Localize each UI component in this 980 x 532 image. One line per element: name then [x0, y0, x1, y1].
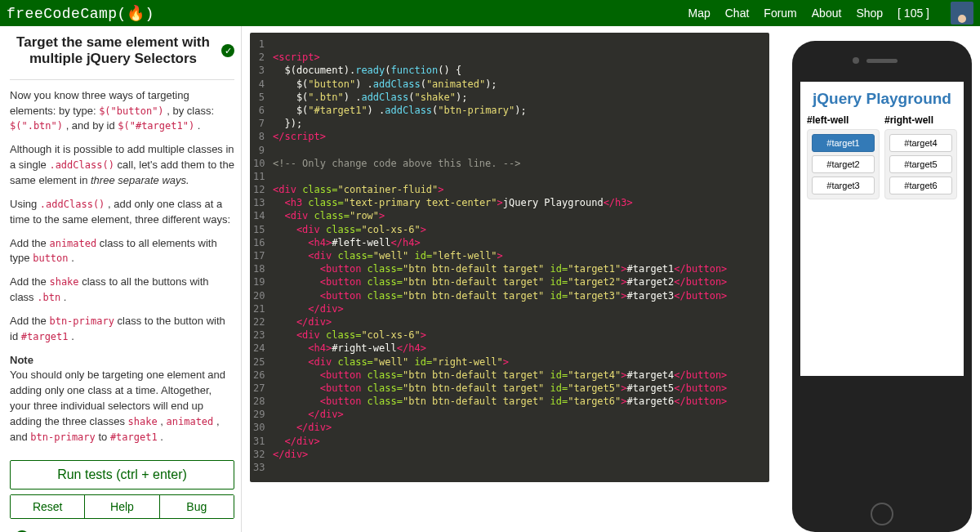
- bug-button[interactable]: Bug: [159, 495, 234, 518]
- code-line[interactable]: 33: [253, 461, 761, 474]
- help-button[interactable]: Help: [84, 495, 158, 518]
- avatar[interactable]: [951, 2, 973, 25]
- code-line[interactable]: 3 $(document).ready(function() {: [253, 64, 761, 77]
- nav-shop[interactable]: Shop: [856, 7, 883, 20]
- reset-button[interactable]: Reset: [11, 495, 84, 518]
- preview-panel: jQuery Playground #left-well #target1 #t…: [777, 26, 980, 532]
- code-line[interactable]: 21 </div>: [253, 302, 761, 315]
- left-well: #target1 #target2 #target3: [807, 129, 880, 199]
- lesson-title: Target the same element with multiple jQ…: [10, 34, 216, 68]
- check-icon: ✓: [221, 44, 234, 57]
- nav-map[interactable]: Map: [688, 7, 710, 20]
- code-line[interactable]: 8</script>: [253, 130, 761, 143]
- instructions-panel[interactable]: Target the same element with multiple jQ…: [0, 26, 242, 532]
- run-tests-button[interactable]: Run tests (ctrl + enter): [10, 460, 234, 490]
- target1-button[interactable]: #target1: [812, 134, 875, 152]
- code-line[interactable]: 23 <div class="col-xs-6">: [253, 329, 761, 342]
- code-line[interactable]: 1: [253, 38, 761, 51]
- code-line[interactable]: 10<!-- Only change code above this line.…: [253, 157, 761, 170]
- left-well-label: #left-well: [807, 114, 880, 126]
- code-line[interactable]: 15 <div class="col-xs-6">: [253, 223, 761, 236]
- code-line[interactable]: 16 <h4>#left-well</h4>: [253, 236, 761, 249]
- instructions-text: Now you know three ways of targeting ele…: [10, 88, 234, 445]
- nav-about[interactable]: About: [812, 7, 842, 20]
- target4-button[interactable]: #target4: [889, 134, 952, 152]
- code-line[interactable]: 9: [253, 144, 761, 157]
- phone-speaker-icon: [866, 59, 898, 63]
- nav-points[interactable]: [ 105 ]: [898, 7, 929, 20]
- code-line[interactable]: 11: [253, 170, 761, 183]
- phone-frame: jQuery Playground #left-well #target1 #t…: [792, 41, 972, 532]
- divider: [10, 79, 234, 80]
- code-line[interactable]: 27 <button class="btn btn-default target…: [253, 382, 761, 395]
- brand-logo[interactable]: freeCodeCamp(🔥): [7, 4, 154, 22]
- code-line[interactable]: 2<script>: [253, 51, 761, 64]
- code-line[interactable]: 17 <div class="well" id="left-well">: [253, 249, 761, 262]
- code-line[interactable]: 4 $("button") .addClass("animated");: [253, 78, 761, 91]
- right-well-label: #right-well: [884, 114, 957, 126]
- code-line[interactable]: 28 <button class="btn btn-default target…: [253, 395, 761, 408]
- target6-button[interactable]: #target6: [889, 177, 952, 194]
- preview-screen: jQuery Playground #left-well #target1 #t…: [800, 82, 964, 376]
- code-line[interactable]: 12<div class="container-fluid">: [253, 183, 761, 196]
- code-line[interactable]: 32</div>: [253, 448, 761, 461]
- target5-button[interactable]: #target5: [889, 155, 952, 173]
- target2-button[interactable]: #target2: [812, 155, 875, 173]
- code-line[interactable]: 26 <button class="btn btn-default target…: [253, 369, 761, 382]
- right-well: #target4 #target5 #target6: [884, 129, 957, 199]
- code-line[interactable]: 14 <div class="row">: [253, 209, 761, 222]
- nav-links: Map Chat Forum About Shop [ 105 ]: [688, 2, 973, 25]
- code-line[interactable]: 24 <h4>#right-well</h4>: [253, 342, 761, 355]
- editor-panel: 12<script>3 $(document).ready(function()…: [242, 26, 777, 532]
- code-line[interactable]: 30 </div>: [253, 421, 761, 434]
- code-line[interactable]: 19 <button class="btn btn-default target…: [253, 275, 761, 288]
- code-line[interactable]: 31 </div>: [253, 435, 761, 448]
- code-line[interactable]: 22 </div>: [253, 315, 761, 329]
- code-line[interactable]: 6 $("#target1") .addClass("btn-primary")…: [253, 104, 761, 117]
- nav-forum[interactable]: Forum: [764, 7, 796, 20]
- code-line[interactable]: 5 $(".btn") .addClass("shake");: [253, 91, 761, 104]
- top-nav: freeCodeCamp(🔥) Map Chat Forum About Sho…: [0, 0, 980, 26]
- code-line[interactable]: 13 <h3 class="text-primary text-center">…: [253, 196, 761, 209]
- code-line[interactable]: 20 <button class="btn btn-default target…: [253, 289, 761, 302]
- code-line[interactable]: 25 <div class="well" id="right-well">: [253, 355, 761, 369]
- code-line[interactable]: 18 <button class="btn btn-default target…: [253, 262, 761, 275]
- preview-title: jQuery Playground: [807, 90, 957, 108]
- phone-camera-icon: [853, 57, 859, 64]
- phone-home-button-icon: [871, 503, 893, 525]
- code-line[interactable]: 29 </div>: [253, 408, 761, 421]
- target3-button[interactable]: #target3: [812, 177, 875, 194]
- code-editor[interactable]: 12<script>3 $(document).ready(function()…: [250, 33, 769, 482]
- nav-chat[interactable]: Chat: [725, 7, 750, 20]
- code-line[interactable]: 7 });: [253, 117, 761, 130]
